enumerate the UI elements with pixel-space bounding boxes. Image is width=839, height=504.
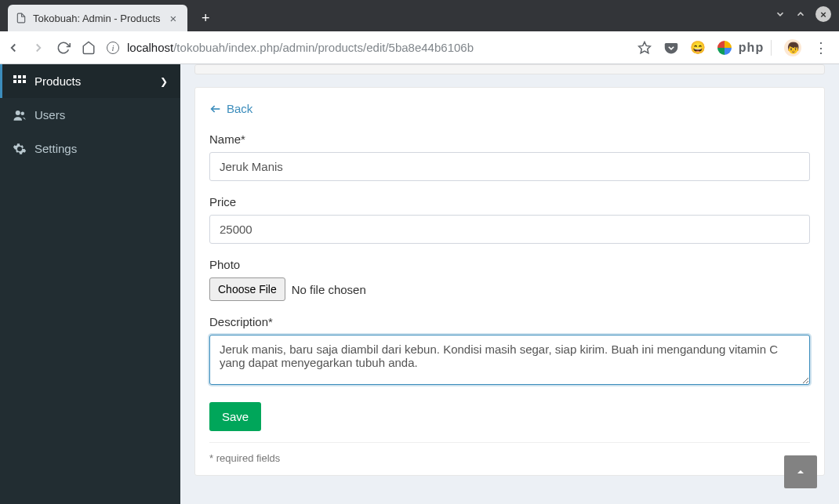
divider [771, 40, 772, 56]
sidebar-item-users[interactable]: Users [0, 98, 180, 132]
admin-sidebar: Products ❯ Users Settings [0, 64, 180, 504]
nav-back-button[interactable] [6, 41, 20, 55]
svg-rect-4 [13, 80, 16, 83]
arrow-left-icon [209, 103, 222, 115]
main-content[interactable]: Back Name* Price Photo Choose File No fi… [180, 64, 839, 504]
price-input[interactable] [209, 215, 810, 244]
address-bar[interactable]: i localhost/tokobuah/index.php/admin/pro… [107, 41, 627, 54]
sidebar-item-label: Settings [35, 142, 77, 155]
name-label: Name* [209, 132, 810, 146]
svg-rect-5 [18, 80, 21, 83]
browser-titlebar: Tokobuah: Admin - Products × + × [0, 0, 839, 31]
file-status-text: No file chosen [292, 283, 366, 296]
php-extension-icon[interactable]: php [744, 41, 758, 55]
description-label: Description* [209, 315, 810, 328]
emoji-extension-icon[interactable]: 😄 [691, 41, 705, 55]
window-close-icon[interactable]: × [815, 6, 831, 22]
caret-up-icon [794, 466, 807, 478]
nav-home-button[interactable] [82, 41, 96, 55]
grid-icon [13, 75, 27, 88]
name-input[interactable] [209, 152, 810, 181]
sidebar-item-label: Products [35, 74, 81, 88]
description-textarea[interactable] [209, 335, 810, 385]
photo-label: Photo [209, 258, 810, 271]
edit-panel: Back Name* Price Photo Choose File No fi… [194, 87, 825, 476]
tab-title: Tokobuah: Admin - Products [33, 13, 161, 24]
tab-close-icon[interactable]: × [167, 12, 180, 25]
sidebar-item-products[interactable]: Products ❯ [0, 64, 180, 98]
sidebar-item-settings[interactable]: Settings [0, 132, 180, 165]
chevron-right-icon: ❯ [160, 76, 168, 87]
profile-avatar[interactable]: 👦 [784, 39, 801, 56]
required-note: * required fields [209, 442, 810, 464]
bookmark-star-icon[interactable] [637, 41, 652, 55]
svg-point-7 [16, 111, 20, 115]
new-tab-button[interactable]: + [194, 6, 217, 30]
swirl-extension-icon[interactable] [717, 41, 732, 55]
page-icon [16, 13, 27, 24]
gear-icon [13, 143, 27, 155]
svg-rect-3 [23, 75, 26, 78]
svg-rect-6 [23, 80, 26, 83]
sidebar-item-label: Users [35, 108, 65, 121]
site-info-icon[interactable]: i [107, 42, 119, 54]
pocket-icon[interactable] [664, 41, 678, 55]
price-label: Price [209, 195, 810, 208]
svg-point-8 [21, 111, 25, 115]
svg-marker-0 [639, 42, 651, 53]
url-text: localhost/tokobuah/index.php/admin/produ… [127, 41, 474, 54]
browser-menu-icon[interactable]: ⋮ [814, 39, 828, 56]
svg-rect-1 [13, 75, 16, 78]
browser-tab[interactable]: Tokobuah: Admin - Products × [8, 5, 187, 31]
window-maximize-icon[interactable] [795, 9, 806, 20]
breadcrumb-bar [194, 64, 825, 74]
choose-file-button[interactable]: Choose File [209, 277, 285, 301]
browser-toolbar: i localhost/tokobuah/index.php/admin/pro… [0, 31, 839, 64]
back-link[interactable]: Back [209, 102, 252, 115]
nav-forward-button[interactable] [31, 41, 45, 55]
window-controls: × [775, 6, 831, 22]
svg-rect-2 [18, 75, 21, 78]
window-minimize-icon[interactable] [775, 9, 786, 20]
users-icon [13, 109, 27, 121]
scroll-to-top-button[interactable] [784, 455, 817, 488]
save-button[interactable]: Save [209, 402, 261, 431]
nav-reload-button[interactable] [56, 41, 71, 55]
